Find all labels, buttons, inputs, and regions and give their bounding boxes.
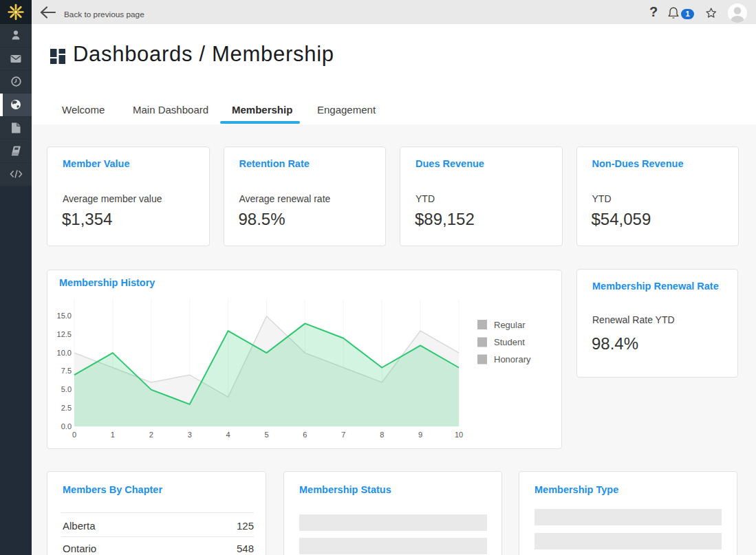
svg-text:8: 8 (380, 431, 384, 439)
svg-text:12.5: 12.5 (57, 330, 72, 338)
svg-text:2.5: 2.5 (61, 404, 72, 412)
svg-text:7.5: 7.5 (61, 367, 72, 375)
svg-text:4: 4 (226, 431, 230, 439)
svg-text:Honorary: Honorary (494, 354, 531, 364)
svg-text:10: 10 (455, 431, 463, 439)
svg-text:5: 5 (264, 431, 268, 439)
svg-text:7: 7 (341, 431, 345, 439)
svg-text:0: 0 (72, 431, 76, 439)
svg-text:1: 1 (111, 431, 115, 439)
svg-text:2: 2 (149, 431, 153, 439)
svg-text:Regular: Regular (494, 320, 526, 330)
svg-text:10.0: 10.0 (57, 349, 72, 357)
svg-text:3: 3 (188, 431, 192, 439)
svg-text:5.0: 5.0 (61, 385, 72, 393)
svg-text:6: 6 (303, 431, 307, 439)
svg-text:9: 9 (418, 431, 422, 439)
svg-text:Student: Student (494, 337, 525, 347)
svg-text:0.0: 0.0 (61, 422, 72, 431)
svg-text:15.0: 15.0 (57, 312, 72, 320)
